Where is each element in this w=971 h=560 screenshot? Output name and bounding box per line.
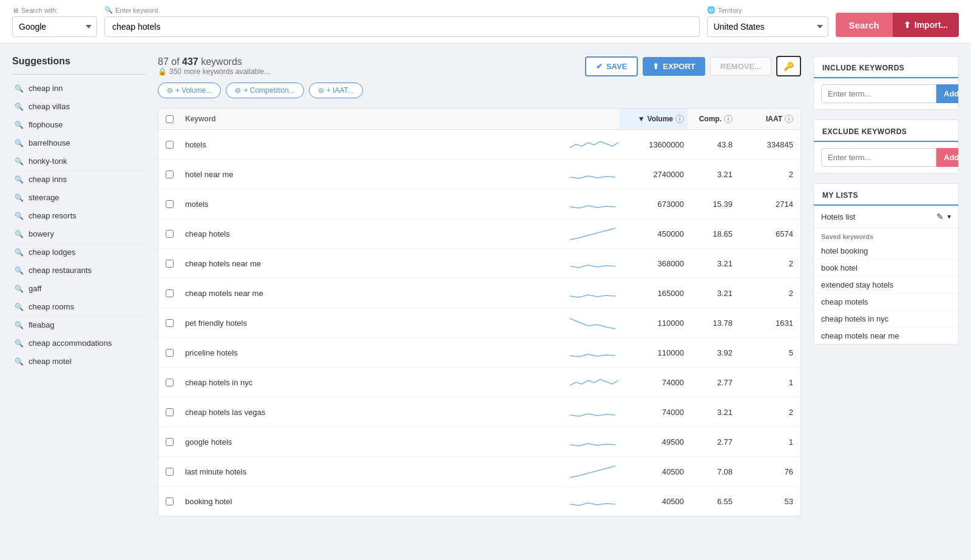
search-button[interactable]: Search (836, 13, 893, 37)
suggestion-label: cheap motel (29, 357, 72, 366)
suggestion-item[interactable]: 🔍steerage (12, 189, 146, 207)
row-checkbox[interactable] (166, 141, 174, 149)
row-checkbox[interactable] (166, 468, 174, 476)
exclude-keyword-input[interactable] (821, 148, 936, 167)
row-iaat: 2 (732, 408, 793, 417)
list-chevron-button[interactable]: ▾ (947, 212, 951, 221)
row-volume: 110000 (623, 348, 684, 357)
suggestion-item[interactable]: 🔍cheap accommodations (12, 334, 146, 353)
search-with-label: 🖥 Search with: (12, 7, 97, 14)
row-iaat: 1 (732, 437, 793, 447)
suggestion-item[interactable]: 🔍cheap villas (12, 98, 146, 116)
suggestion-item[interactable]: 🔍honky-tonk (12, 152, 146, 170)
search-engine-group: 🖥 Search with: Google Bing Yahoo (12, 7, 97, 37)
suggestion-item[interactable]: 🔍cheap rooms (12, 298, 146, 316)
remove-button[interactable]: REMOVE... (710, 57, 771, 76)
include-add-button[interactable]: Add (936, 84, 959, 103)
row-keyword: hotel near me (185, 170, 550, 179)
lock-icon: 🔒 (158, 67, 167, 76)
key-button[interactable]: 🔑 (776, 56, 801, 76)
row-check-col (166, 289, 185, 297)
include-keywords-panel: INCLUDE KEYWORDS Add (813, 56, 959, 110)
header-check[interactable] (166, 115, 185, 123)
keyword-input[interactable] (104, 16, 700, 37)
export-button[interactable]: ⬆ EXPORT (643, 57, 705, 76)
row-checkbox[interactable] (166, 498, 174, 505)
suggestion-item[interactable]: 🔍barrelhouse (12, 134, 146, 152)
header-volume[interactable]: ▼ Volume i (620, 109, 688, 129)
row-comp: 43.8 (684, 140, 732, 149)
suggestion-label: barrelhouse (29, 138, 70, 147)
iaat-filter-chip[interactable]: ⊜ + IAAT... (309, 83, 363, 98)
table-row: pet friendly hotels11000013.781631 (158, 308, 800, 338)
saved-keyword-item: book hotel (814, 260, 958, 277)
row-checkbox[interactable] (166, 438, 174, 446)
suggestion-item[interactable]: 🔍cheap lodges (12, 243, 146, 261)
select-all-checkbox[interactable] (166, 115, 174, 123)
volume-filter-chip[interactable]: ⊜ + Volume... (158, 83, 221, 98)
monitor-icon: 🖥 (12, 7, 19, 14)
row-checkbox[interactable] (166, 289, 174, 297)
row-volume: 165000 (623, 289, 684, 298)
row-check-col (166, 498, 185, 505)
export-icon: ⬆ (652, 62, 659, 71)
upload-icon: ⬆ (904, 20, 911, 30)
import-button[interactable]: ⬆ Import... (893, 13, 959, 37)
row-chart (550, 224, 623, 243)
suggestion-item[interactable]: 🔍gaff (12, 280, 146, 298)
row-iaat: 1 (732, 378, 793, 387)
exclude-add-button[interactable]: Add (936, 148, 959, 167)
row-checkbox[interactable] (166, 349, 174, 357)
table-header: Keyword ▼ Volume i Comp. i IAAT i (158, 109, 800, 130)
row-checkbox[interactable] (166, 379, 174, 386)
list-edit-button[interactable]: ✎ (936, 212, 944, 221)
suggestion-label: cheap villas (29, 102, 70, 111)
sidebar-title: Suggestions (12, 56, 146, 67)
row-checkbox[interactable] (166, 408, 174, 416)
row-checkbox[interactable] (166, 170, 174, 178)
table-row: cheap hotels las vegas740003.212 (158, 397, 800, 427)
row-volume: 368000 (623, 259, 684, 268)
suggestion-item[interactable]: 🔍cheap resorts (12, 207, 146, 225)
suggestion-item[interactable]: 🔍cheap restaurants (12, 261, 146, 280)
row-check-col (166, 319, 185, 327)
suggestion-label: cheap rooms (29, 302, 74, 311)
suggestion-item[interactable]: 🔍fleabag (12, 316, 146, 334)
filter-bar: ⊜ + Volume... ⊜ + Competition... ⊜ + IAA… (158, 83, 801, 98)
row-keyword: cheap hotels near me (185, 259, 550, 268)
table-row: hotel near me27400003.212 (158, 160, 800, 189)
row-checkbox[interactable] (166, 200, 174, 208)
main-layout: Suggestions 🔍cheap inn🔍cheap villas🔍flop… (0, 44, 971, 555)
saved-keyword-item: cheap motels near me (814, 328, 958, 344)
header-comp: Comp. i (684, 115, 732, 123)
suggestion-item[interactable]: 🔍bowery (12, 225, 146, 243)
search-engine-select[interactable]: Google Bing Yahoo (12, 16, 97, 37)
suggestion-label: cheap restaurants (29, 266, 92, 275)
row-chart (550, 403, 623, 421)
row-checkbox[interactable] (166, 260, 174, 268)
suggestion-item[interactable]: 🔍cheap inns (12, 170, 146, 189)
check-icon: ✔ (596, 62, 603, 71)
suggestion-item[interactable]: 🔍cheap motel (12, 353, 146, 371)
row-comp: 3.21 (684, 408, 732, 417)
suggestion-item[interactable]: 🔍cheap inn (12, 79, 146, 98)
keywords-table: Keyword ▼ Volume i Comp. i IAAT i hotels… (158, 108, 801, 516)
suggestion-label: flophouse (29, 120, 63, 129)
save-button[interactable]: ✔ SAVE (585, 56, 638, 76)
suggestion-search-icon: 🔍 (15, 139, 24, 147)
keywords-count-block: 87 of 437 keywords 🔒 350 more keywords a… (158, 56, 270, 76)
saved-keywords-list: hotel bookingbook hotelextended stay hot… (814, 243, 958, 344)
row-chart (550, 135, 623, 153)
row-checkbox[interactable] (166, 319, 174, 327)
volume-info-icon: i (675, 115, 684, 123)
competition-filter-chip[interactable]: ⊜ + Competition... (226, 83, 303, 98)
include-keyword-input[interactable] (821, 84, 936, 103)
key-icon: 🔑 (783, 61, 794, 71)
territory-select[interactable]: United States United Kingdom Canada Aust… (707, 16, 828, 37)
suggestion-item[interactable]: 🔍flophouse (12, 116, 146, 134)
search-import-group: Search ⬆ Import... (836, 13, 959, 37)
keyword-group: 🔍 Enter keyword (104, 6, 700, 37)
row-checkbox[interactable] (166, 230, 174, 238)
saved-keyword-item: extended stay hotels (814, 277, 958, 294)
suggestion-search-icon: 🔍 (15, 266, 24, 275)
